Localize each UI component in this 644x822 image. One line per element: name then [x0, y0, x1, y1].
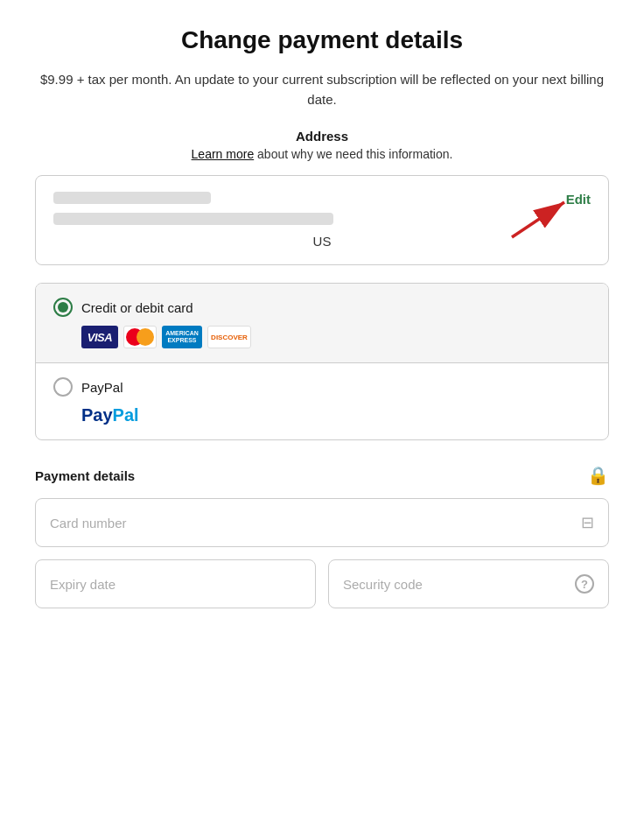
radio-paypal-unselected[interactable] — [53, 377, 73, 397]
address-placeholder-long — [53, 213, 333, 225]
expiry-date-field[interactable]: Expiry date — [35, 559, 316, 608]
expiry-placeholder: Expiry date — [50, 577, 116, 592]
page-container: Change payment details $9.99 + tax per m… — [35, 26, 609, 796]
payment-method-box: Credit or debit card VISA AMERICANEXPRES… — [35, 283, 609, 440]
address-section: Address Learn more about why we need thi… — [35, 129, 609, 161]
page-title: Change payment details — [35, 26, 609, 54]
mastercard-logo — [123, 326, 157, 348]
card-option-label: Credit or debit card — [81, 300, 193, 315]
paypal-logo-blue: Pal — [113, 405, 139, 425]
svg-line-1 — [512, 202, 564, 237]
paypal-option-header: PayPal — [53, 377, 591, 397]
edit-button[interactable]: Edit — [566, 192, 591, 207]
question-icon[interactable]: ? — [575, 574, 594, 594]
payment-option-paypal[interactable]: PayPal PayPal — [36, 363, 608, 439]
security-code-field[interactable]: Security code ? — [328, 559, 609, 608]
address-placeholder-short — [53, 192, 211, 204]
lock-icon: 🔒 — [587, 465, 609, 486]
paypal-logo-area: PayPal — [81, 405, 591, 425]
discover-logo: DISCOVER — [207, 326, 251, 348]
address-link-text: Learn more about why we need this inform… — [35, 147, 609, 161]
address-label: Address — [35, 129, 609, 144]
card-logos: VISA AMERICANEXPRESS DISCOVER — [81, 326, 591, 348]
card-number-placeholder: Card number — [50, 516, 127, 530]
security-placeholder: Security code — [343, 577, 423, 592]
card-number-field[interactable]: Card number ⊟ — [35, 498, 609, 547]
radio-inner — [58, 302, 68, 313]
address-country: US — [53, 234, 591, 249]
card-icon: ⊟ — [581, 513, 594, 532]
subtitle: $9.99 + tax per month. An update to your… — [35, 70, 609, 109]
paypal-logo: PayPal — [81, 405, 139, 425]
amex-logo: AMERICANEXPRESS — [162, 326, 202, 348]
paypal-option-label: PayPal — [81, 380, 123, 395]
expiry-security-row: Expiry date Security code ? — [35, 559, 609, 608]
visa-logo: VISA — [81, 326, 118, 348]
payment-option-card[interactable]: Credit or debit card VISA AMERICANEXPRES… — [36, 284, 608, 363]
mc-orange-circle — [136, 328, 154, 346]
radio-card-selected[interactable] — [53, 298, 73, 317]
address-box: US Edit — [35, 175, 609, 265]
learn-more-link[interactable]: Learn more — [192, 147, 255, 161]
payment-details-label: Payment details — [35, 468, 135, 483]
card-option-header: Credit or debit card — [53, 298, 591, 317]
payment-details-header: Payment details 🔒 — [35, 465, 609, 486]
